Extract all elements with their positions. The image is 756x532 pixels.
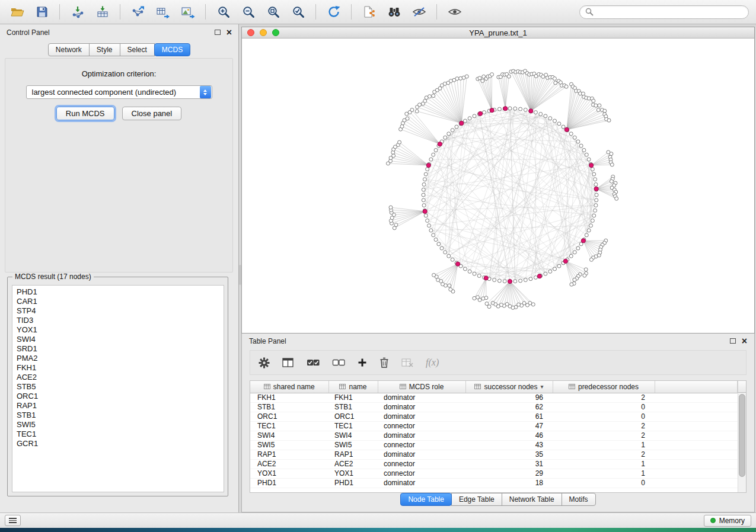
table-vertical-scrollbar[interactable] bbox=[738, 393, 746, 492]
window-close-button[interactable] bbox=[247, 29, 254, 36]
add-icon[interactable] bbox=[358, 358, 367, 367]
show-graphics-details-eye-icon[interactable] bbox=[445, 3, 464, 21]
mcds-node-item[interactable]: TID3 bbox=[12, 316, 224, 325]
run-mcds-button[interactable]: Run MCDS bbox=[56, 107, 114, 120]
column-header-mcds-role[interactable]: MCDS role bbox=[378, 381, 465, 393]
mcds-node-item[interactable]: ACE2 bbox=[12, 373, 224, 382]
table-row[interactable]: STB1 STB1 dominator 62 0 bbox=[250, 402, 738, 412]
table-row[interactable]: FKH1 FKH1 dominator 96 2 bbox=[250, 393, 738, 402]
close-panel-icon[interactable]: × bbox=[227, 29, 232, 36]
scrollbar-thumb[interactable] bbox=[739, 394, 745, 477]
mcds-node-item[interactable]: CAR1 bbox=[12, 297, 224, 306]
desktop-wallpaper-strip bbox=[0, 528, 756, 532]
optimization-criterion-select[interactable]: largest connected component (undirected) bbox=[26, 85, 212, 99]
control-panel-header: Control Panel × bbox=[0, 24, 238, 40]
optimization-criterion-label: Optimization criterion: bbox=[5, 69, 232, 78]
tab-edge-table[interactable]: Edge Table bbox=[451, 493, 502, 506]
zoom-selected-icon[interactable] bbox=[288, 3, 308, 21]
export-image-icon[interactable] bbox=[178, 3, 197, 21]
mcds-node-item[interactable]: PHD1 bbox=[12, 287, 224, 297]
table-row[interactable]: PHD1 PHD1 dominator 18 0 bbox=[250, 478, 738, 488]
zoom-fit-icon[interactable] bbox=[263, 3, 283, 21]
column-header-name[interactable]: name bbox=[328, 381, 378, 393]
table-row[interactable]: SWI5 SWI5 connector 43 1 bbox=[250, 440, 738, 450]
network-window-titlebar: YPA_prune.txt_1 bbox=[242, 27, 754, 39]
show-columns-icon[interactable] bbox=[282, 357, 294, 368]
mcds-node-item[interactable]: STB1 bbox=[12, 411, 224, 420]
mcds-node-item[interactable]: ORC1 bbox=[12, 392, 224, 401]
mcds-result-title: MCDS result (17 nodes) bbox=[12, 273, 94, 281]
zoom-in-icon[interactable] bbox=[213, 3, 233, 21]
status-menu-icon[interactable] bbox=[5, 515, 21, 526]
import-table-icon[interactable] bbox=[92, 3, 112, 21]
window-maximize-button[interactable] bbox=[272, 29, 279, 36]
mcds-node-item[interactable]: TEC1 bbox=[12, 430, 224, 439]
node-table-body: FKH1 FKH1 dominator 96 2 STB1 STB1 domin… bbox=[250, 393, 738, 488]
mcds-node-item[interactable]: YOX1 bbox=[12, 325, 224, 335]
search-box[interactable] bbox=[579, 5, 749, 19]
combo-stepper-icon bbox=[200, 86, 211, 98]
column-grid-icon bbox=[569, 384, 575, 389]
float-table-panel-icon[interactable] bbox=[730, 338, 736, 344]
table-row[interactable]: SWI4 SWI4 dominator 46 2 bbox=[250, 431, 738, 440]
selected-criterion-value: largest connected component (undirected) bbox=[32, 88, 200, 97]
search-input[interactable] bbox=[597, 8, 743, 16]
open-file-icon[interactable] bbox=[7, 3, 27, 21]
table-row[interactable]: ACE2 ACE2 connector 31 1 bbox=[250, 459, 738, 469]
close-table-panel-icon[interactable]: × bbox=[742, 338, 747, 345]
delete-icon[interactable] bbox=[379, 357, 389, 368]
float-panel-icon[interactable] bbox=[215, 30, 221, 35]
tab-select[interactable]: Select bbox=[120, 43, 155, 56]
table-row[interactable]: ORC1 ORC1 dominator 61 0 bbox=[250, 412, 738, 421]
memory-label: Memory bbox=[719, 517, 745, 525]
search-network-binoculars-icon[interactable] bbox=[384, 3, 404, 21]
column-header-filler bbox=[655, 381, 738, 393]
mcds-node-item[interactable]: SRD1 bbox=[12, 344, 224, 354]
mcds-node-item[interactable]: GCR1 bbox=[12, 439, 224, 448]
tab-node-table[interactable]: Node Table bbox=[400, 493, 452, 506]
tab-network-table[interactable]: Network Table bbox=[502, 493, 562, 506]
column-grid-icon bbox=[474, 384, 481, 389]
toolbar-separator bbox=[205, 4, 206, 20]
mcds-node-item[interactable]: PMA2 bbox=[12, 354, 224, 363]
share-document-icon[interactable] bbox=[359, 3, 379, 21]
export-network-icon[interactable] bbox=[128, 3, 148, 21]
mcds-node-item[interactable]: RAP1 bbox=[12, 401, 224, 411]
function-builder-icon: f(x) bbox=[426, 357, 439, 368]
tab-network[interactable]: Network bbox=[48, 43, 90, 56]
column-header-predecessor-nodes[interactable]: predecessor nodes bbox=[553, 381, 655, 393]
tab-mcds[interactable]: MCDS bbox=[154, 43, 190, 56]
tab-motifs[interactable]: Motifs bbox=[562, 493, 596, 506]
save-icon[interactable] bbox=[32, 3, 52, 21]
zoom-out-icon[interactable] bbox=[238, 3, 258, 21]
close-panel-button[interactable]: Close panel bbox=[122, 107, 182, 120]
table-options-gear-icon[interactable] bbox=[259, 357, 270, 368]
table-row[interactable]: TEC1 TEC1 connector 47 2 bbox=[250, 421, 738, 431]
mcds-node-item[interactable]: STB5 bbox=[12, 382, 224, 392]
table-panel-header: Table Panel × bbox=[242, 334, 754, 348]
mcds-node-item[interactable]: SWI4 bbox=[12, 335, 224, 344]
import-network-icon[interactable] bbox=[68, 3, 87, 21]
toolbar-separator bbox=[436, 4, 437, 20]
column-grid-icon bbox=[400, 384, 406, 389]
table-row[interactable]: YOX1 YOX1 connector 29 1 bbox=[250, 469, 738, 478]
refresh-icon[interactable] bbox=[324, 3, 343, 21]
network-canvas[interactable] bbox=[242, 39, 754, 333]
mcds-result-list[interactable]: PHD1CAR1STP4TID3YOX1SWI4SRD1PMA2FKH1ACE2… bbox=[12, 285, 224, 492]
control-panel: Control Panel × Network Style Select MCD… bbox=[0, 24, 239, 512]
tab-style[interactable]: Style bbox=[89, 43, 120, 56]
mcds-node-item[interactable]: STP4 bbox=[12, 306, 224, 316]
mcds-node-item[interactable]: FKH1 bbox=[12, 363, 224, 373]
mcds-node-item[interactable]: SWI5 bbox=[12, 420, 224, 430]
hide-graphics-details-eye-slash-icon[interactable] bbox=[409, 3, 429, 21]
window-minimize-button[interactable] bbox=[260, 29, 267, 36]
column-header-successor-nodes[interactable]: successor nodes▾ bbox=[465, 381, 553, 393]
column-header-shared-name[interactable]: shared name bbox=[250, 381, 328, 393]
select-all-icon[interactable] bbox=[307, 358, 320, 367]
toolbar-separator bbox=[120, 4, 120, 20]
network-window-title: YPA_prune.txt_1 bbox=[469, 28, 527, 37]
deselect-all-icon[interactable] bbox=[332, 358, 345, 367]
export-table-icon[interactable] bbox=[153, 3, 173, 21]
table-row[interactable]: RAP1 RAP1 dominator 35 2 bbox=[250, 450, 738, 459]
memory-button[interactable]: Memory bbox=[704, 515, 751, 527]
